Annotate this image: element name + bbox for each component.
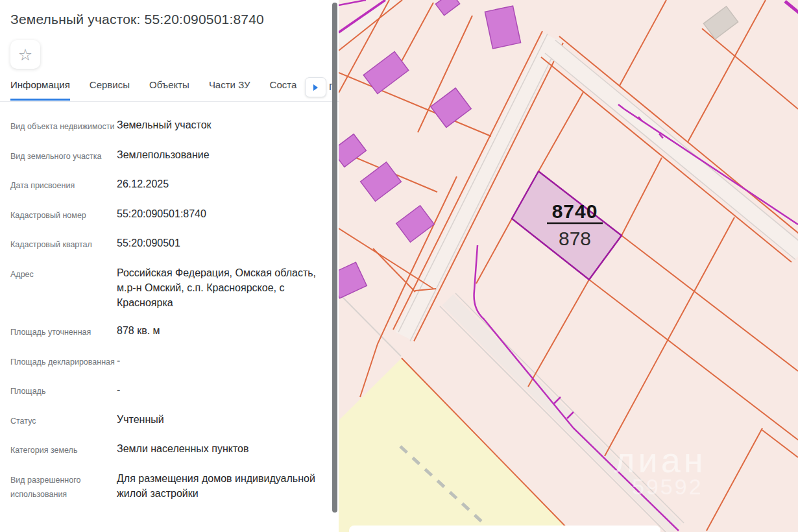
field-cadastral-quarter: Кадастровый квартал 55:20:090501 bbox=[10, 236, 327, 252]
field-area-declared: Площадь декларированная - bbox=[10, 353, 327, 370]
page-title: Земельный участок: 55:20:090501:8740 bbox=[0, 0, 339, 27]
field-address: Адрес Российская Федерация, Омская облас… bbox=[10, 265, 327, 311]
object-info-panel: Земельный участок: 55:20:090501:8740 ☆ И… bbox=[0, 0, 339, 532]
map-bottom-panel bbox=[349, 526, 660, 532]
svg-text:59592: 59592 bbox=[632, 474, 703, 499]
favorite-button[interactable]: ☆ bbox=[10, 40, 40, 69]
tab-services[interactable]: Сервисы bbox=[90, 79, 130, 99]
cadastral-map[interactable]: 8740 878 лиан 59592 bbox=[339, 0, 798, 532]
tabs-scroll-right-button[interactable] bbox=[305, 77, 326, 97]
field-object-kind: Вид объекта недвижимости Земельный участ… bbox=[10, 117, 327, 134]
field-area-refined: Площадь уточненная 878 кв. м bbox=[10, 323, 327, 340]
tab-information[interactable]: Информация bbox=[10, 79, 70, 101]
selected-parcel-area: 878 bbox=[559, 228, 591, 249]
tab-objects[interactable]: Объекты bbox=[149, 79, 189, 99]
field-land-category: Категория земель Земли населенных пункто… bbox=[10, 441, 327, 458]
star-icon: ☆ bbox=[18, 45, 32, 64]
chevron-right-icon bbox=[313, 84, 318, 91]
tab-parcel-parts[interactable]: Части ЗУ bbox=[209, 79, 250, 99]
field-permitted-use: Вид разрешенного использования Для разме… bbox=[10, 471, 327, 502]
attributes-list: Вид объекта недвижимости Земельный участ… bbox=[0, 117, 339, 502]
panel-scrollbar[interactable] bbox=[332, 3, 337, 513]
selected-parcel-number: 8740 bbox=[552, 200, 598, 222]
svg-text:лиан: лиан bbox=[614, 441, 707, 479]
field-assign-date: Дата присвоения 26.12.2025 bbox=[10, 176, 327, 193]
field-area: Площадь - bbox=[10, 382, 327, 399]
field-parcel-kind: Вид земельного участка Землепользование bbox=[10, 147, 327, 164]
tab-bar: Информация Сервисы Объекты Части ЗУ Сост… bbox=[0, 79, 339, 102]
field-status: Статус Учтенный bbox=[10, 412, 327, 429]
tab-composition[interactable]: Соста bbox=[270, 79, 297, 99]
field-cadastral-number: Кадастровый номер 55:20:090501:8740 bbox=[10, 206, 327, 223]
